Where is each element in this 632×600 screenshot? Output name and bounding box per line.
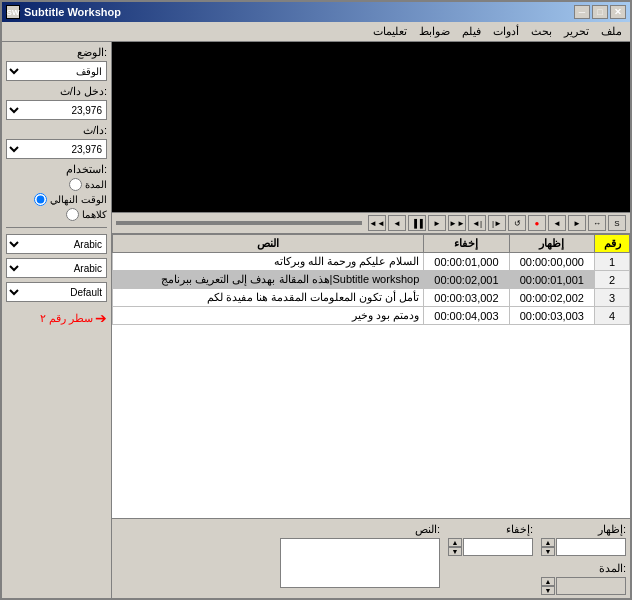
hide-spinner: ▲ ▼	[448, 538, 462, 556]
transport-sub-next[interactable]: ►	[568, 215, 586, 231]
main-content: :الوضع الوقف :دخل دا/ث 23,976 :دا/ث 23,9…	[2, 42, 630, 598]
table-row[interactable]: 2 00:00:01,001 00:00:02,001 Subtitle wor…	[113, 271, 630, 289]
hide-input[interactable]	[463, 538, 533, 556]
subtitle-data-table: رقم إظهار إخفاء النص 1 00:00:00,000 00:0…	[112, 234, 630, 325]
style-section: Default	[6, 282, 107, 302]
duration-input-row: ▲ ▼	[541, 577, 626, 595]
radio-endtime[interactable]: الوقت النهالي	[6, 193, 107, 206]
maximize-button[interactable]: □	[592, 5, 608, 19]
duration-field-label: :المدة	[541, 562, 626, 575]
bottom-panel: :إظهار ▲ ▼ :المدة ▲ ▼	[112, 518, 630, 598]
show-spin-up[interactable]: ▲	[541, 538, 555, 547]
cell-text: السلام عليكم ورحمة الله وبركاته	[113, 253, 424, 271]
use-section: :استخدام المدة الوقت النهالي كلاهما	[6, 163, 107, 221]
transport-s[interactable]: S	[608, 215, 626, 231]
text-input[interactable]	[280, 538, 440, 588]
use-label: :استخدام	[6, 163, 107, 176]
cell-text: ودمتم بود وخير	[113, 307, 424, 325]
hide-field-label: :إخفاء	[448, 523, 533, 536]
transport-bar: ◄◄ ◄ ▐▐ ► ►► ◄| |► ↺ ● ◄ ► ↔ S	[112, 212, 630, 234]
transport-prev[interactable]: ◄	[388, 215, 406, 231]
cell-show: 00:00:03,003	[509, 307, 594, 325]
right-panel: ◄◄ ◄ ▐▐ ► ►► ◄| |► ↺ ● ◄ ► ↔ S رقم	[112, 42, 630, 598]
transport-end[interactable]: |►	[488, 215, 506, 231]
show-field: :إظهار ▲ ▼ :المدة ▲ ▼	[541, 523, 626, 595]
divider1	[6, 227, 107, 228]
close-button[interactable]: ✕	[610, 5, 626, 19]
show-input[interactable]	[556, 538, 626, 556]
duration-spin-down[interactable]: ▼	[541, 586, 555, 595]
transport-sub-prev[interactable]: ◄	[548, 215, 566, 231]
lang2-select[interactable]: Arabic	[6, 258, 107, 278]
output-fps-select[interactable]: 23,976	[6, 139, 107, 159]
duration-input[interactable]	[556, 577, 626, 595]
cell-hide: 00:00:02,001	[424, 271, 509, 289]
show-input-row: ▲ ▼	[541, 538, 626, 556]
transport-start[interactable]: ◄|	[468, 215, 486, 231]
cell-hide: 00:00:03,002	[424, 289, 509, 307]
transport-record[interactable]: ●	[528, 215, 546, 231]
transport-play[interactable]: ►	[428, 215, 446, 231]
transport-forward[interactable]: ►►	[448, 215, 466, 231]
menu-edit[interactable]: تحرير	[558, 23, 595, 40]
col-show: إظهار	[509, 235, 594, 253]
cell-num: 1	[595, 253, 630, 271]
transport-pause[interactable]: ▐▐	[408, 215, 426, 231]
hide-spin-up[interactable]: ▲	[448, 538, 462, 547]
table-header-row: رقم إظهار إخفاء النص	[113, 235, 630, 253]
window-title: Subtitle Workshop	[24, 6, 574, 18]
show-spinner: ▲ ▼	[541, 538, 555, 556]
mode-section: :الوضع الوقف	[6, 46, 107, 81]
style-select[interactable]: Default	[6, 282, 107, 302]
lang1-select[interactable]: Arabic	[6, 234, 107, 254]
cell-text: تأمل أن تكون المعلومات المقدمة هنا مفيدة…	[113, 289, 424, 307]
col-text: النص	[113, 235, 424, 253]
duration-spin-up[interactable]: ▲	[541, 577, 555, 586]
row-indicator: ➔ سطر رقم ۲	[6, 310, 107, 326]
transport-rewind[interactable]: ◄◄	[368, 215, 386, 231]
menu-film[interactable]: فيلم	[456, 23, 487, 40]
mode-label: :الوضع	[6, 46, 107, 59]
title-bar: SW Subtitle Workshop ─ □ ✕	[2, 2, 630, 22]
show-field-label: :إظهار	[541, 523, 626, 536]
app-icon: SW	[6, 5, 20, 19]
title-bar-buttons: ─ □ ✕	[574, 5, 626, 19]
mode-select[interactable]: الوقف	[6, 61, 107, 81]
hide-spin-down[interactable]: ▼	[448, 547, 462, 556]
row-label-text: سطر رقم ۲	[40, 312, 93, 325]
input-fps-section: :دخل دا/ث 23,976	[6, 85, 107, 120]
subtitle-table[interactable]: رقم إظهار إخفاء النص 1 00:00:00,000 00:0…	[112, 234, 630, 518]
col-num: رقم	[595, 235, 630, 253]
lang1-section: Arabic	[6, 234, 107, 254]
menu-help[interactable]: تعليمات	[367, 23, 413, 40]
output-fps-label: :دا/ث	[6, 124, 107, 137]
seek-slider[interactable]	[116, 221, 362, 225]
use-radio-group: المدة الوقت النهالي كلاهما	[6, 178, 107, 221]
radio-duration[interactable]: المدة	[6, 178, 107, 191]
menu-search[interactable]: بحث	[525, 23, 558, 40]
left-panel: :الوضع الوقف :دخل دا/ث 23,976 :دا/ث 23,9…	[2, 42, 112, 598]
table-row[interactable]: 3 00:00:02,002 00:00:03,002 تأمل أن تكون…	[113, 289, 630, 307]
arrow-icon: ➔	[95, 310, 107, 326]
radio-both[interactable]: كلاهما	[6, 208, 107, 221]
cell-num: 3	[595, 289, 630, 307]
table-row[interactable]: 4 00:00:03,003 00:00:04,003 ودمتم بود وخ…	[113, 307, 630, 325]
cell-show: 00:00:02,002	[509, 289, 594, 307]
menu-controls[interactable]: ضوابط	[413, 23, 456, 40]
table-row[interactable]: 1 00:00:00,000 00:00:01,000 السلام عليكم…	[113, 253, 630, 271]
cell-show: 00:00:01,001	[509, 271, 594, 289]
menu-tools[interactable]: أدوات	[487, 23, 525, 40]
input-fps-select[interactable]: 23,976	[6, 100, 107, 120]
transport-sub-loop[interactable]: ↔	[588, 215, 606, 231]
lang2-section: Arabic	[6, 258, 107, 278]
col-hide: إخفاء	[424, 235, 509, 253]
cell-num: 4	[595, 307, 630, 325]
minimize-button[interactable]: ─	[574, 5, 590, 19]
show-spin-down[interactable]: ▼	[541, 547, 555, 556]
text-field-label: :النص	[116, 523, 440, 536]
cell-hide: 00:00:01,000	[424, 253, 509, 271]
text-field: :النص	[116, 523, 440, 588]
menu-file[interactable]: ملف	[595, 23, 628, 40]
menu-bar: ملف تحرير بحث أدوات فيلم ضوابط تعليمات	[2, 22, 630, 42]
transport-loop[interactable]: ↺	[508, 215, 526, 231]
